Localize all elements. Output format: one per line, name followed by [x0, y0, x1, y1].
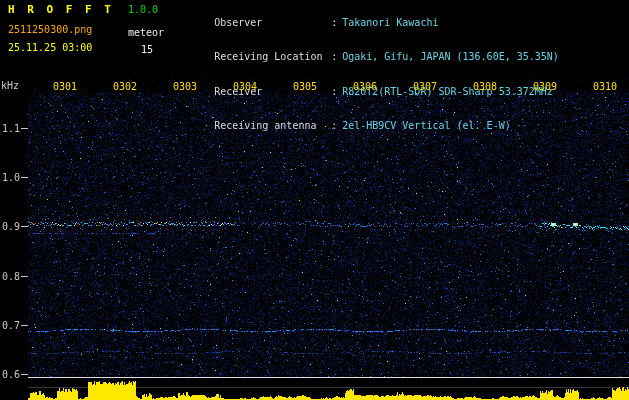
time-tick-label: 0306: [353, 81, 377, 92]
time-tick-label: 0302: [113, 81, 137, 92]
sample-count: 15: [141, 44, 153, 55]
info-label: Receiving antenna: [214, 120, 331, 132]
time-tick-label: 0308: [473, 81, 497, 92]
time-tick-label: 0307: [413, 81, 437, 92]
info-label: Observer: [214, 17, 331, 29]
output-filename: 2511250300.png: [8, 24, 92, 35]
mode-label: meteor: [128, 27, 164, 38]
freq-tick-label: 0.8: [0, 271, 20, 282]
info-value: 2el-HB9CV Vertical (el. E-W): [342, 120, 511, 131]
time-tick-label: 0309: [533, 81, 557, 92]
info-separator: :: [331, 86, 342, 98]
info-row-location: Receiving Location:Ogaki, Gifu, JAPAN (1…: [178, 40, 559, 75]
info-row-antenna: Receiving antenna:2el-HB9CV Vertical (el…: [178, 109, 559, 144]
info-row-observer: Observer:Takanori Kawachi: [178, 5, 559, 40]
freq-tick-label: 0.6: [0, 369, 20, 380]
time-tick-label: 0310: [593, 81, 617, 92]
info-separator: :: [331, 120, 342, 132]
info-label: Receiving Location: [214, 51, 331, 63]
time-tick-label: 0303: [173, 81, 197, 92]
time-tick-label: 0301: [53, 81, 77, 92]
time-tick-label: 0304: [233, 81, 257, 92]
app-title: H R O F F T: [8, 3, 114, 16]
info-separator: :: [331, 51, 342, 63]
time-tick-label: 0305: [293, 81, 317, 92]
freq-tick-label: 0.7: [0, 320, 20, 331]
hrofft-window: H R O F F T 1.0.0 2511250300.png meteor …: [0, 0, 629, 400]
info-value: Takanori Kawachi: [342, 17, 438, 28]
observation-timestamp: 25.11.25 03:00: [8, 42, 92, 53]
app-version: 1.0.0: [128, 4, 158, 15]
freq-tick-label: 1.1: [0, 123, 20, 134]
freq-unit-label: kHz: [1, 80, 19, 91]
freq-tick-label: 1.0: [0, 172, 20, 183]
station-info: Observer:Takanori Kawachi Receiving Loca…: [178, 5, 559, 143]
freq-tick-label: 0.9: [0, 221, 20, 232]
info-separator: :: [331, 17, 342, 29]
info-value: Ogaki, Gifu, JAPAN (136.60E, 35.35N): [342, 51, 559, 62]
